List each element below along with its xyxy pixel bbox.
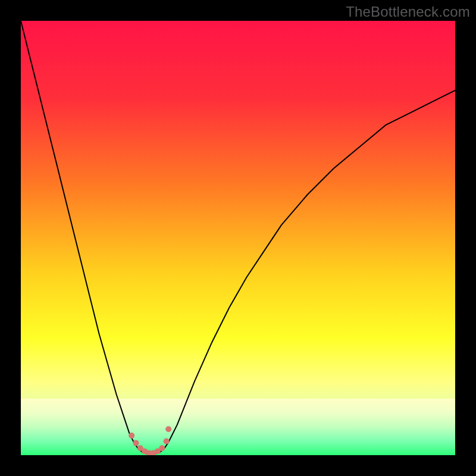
chart-bottom-band: [21, 399, 455, 455]
chart-root: TheBottleneck.com: [0, 0, 476, 476]
marker-7: [159, 445, 165, 451]
watermark-text: TheBottleneck.com: [346, 4, 470, 20]
marker-0: [129, 433, 134, 439]
marker-1: [133, 440, 139, 446]
chart-background: [21, 21, 455, 455]
marker-8: [164, 439, 170, 444]
chart-plot: [21, 21, 455, 455]
marker-9: [165, 426, 171, 432]
